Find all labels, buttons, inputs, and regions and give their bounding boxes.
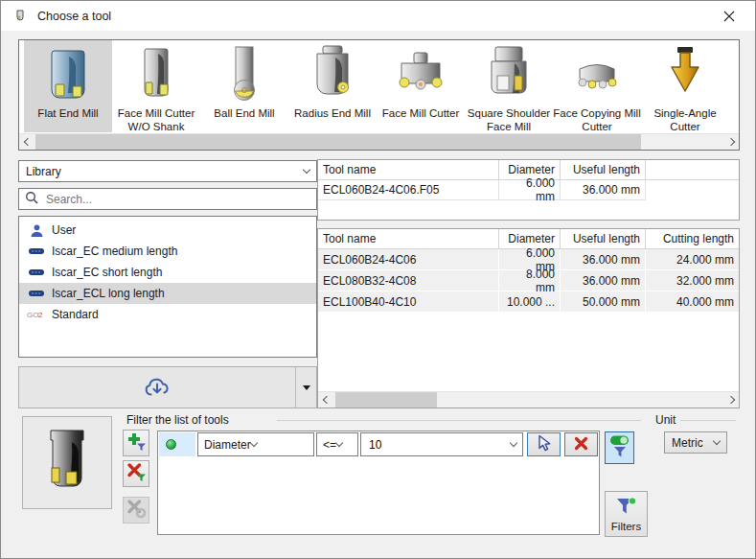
cell-filler (646, 180, 739, 200)
cell-diameter: 8.000 mm (499, 270, 561, 291)
tool-type-label: Face Mill Cutter W/O Shank (112, 106, 200, 133)
chevron-down-icon (335, 439, 343, 447)
library-item-iscar-ecl-long[interactable]: Iscar_ECL long length (19, 283, 316, 304)
tool-type-ball-end-mill[interactable]: Ball End Mill (200, 40, 288, 132)
filter-row[interactable]: Diameter <= (159, 432, 598, 456)
title-bar: Choose a tool (1, 1, 755, 31)
cloud-download-icon[interactable] (19, 367, 295, 408)
face-mill-cutter-icon (390, 44, 451, 105)
scrollbar-thumb[interactable] (335, 392, 437, 408)
column-header-useful-length[interactable]: Useful length (561, 229, 646, 249)
cell-cutting-length: 40.000 mm (646, 291, 739, 313)
unit-value: Metric (672, 436, 714, 450)
remove-filter-button[interactable] (123, 460, 149, 487)
iscar-logo-icon (26, 290, 47, 297)
unlink-filter-button-disabled[interactable] (123, 497, 149, 524)
column-header-useful-length[interactable]: Useful length (561, 160, 646, 180)
cell-tool-name: ECL100B40-4C10 (318, 291, 499, 313)
choose-a-tool-dialog: Choose a tool Flat End Mill Face Mill Cu… (0, 0, 756, 559)
filter-operator-select[interactable]: <= (316, 432, 358, 456)
tool-list-scrollbar[interactable] (318, 391, 739, 408)
table-row[interactable]: ECL100B40-4C10 10.000 ... 50.000 mm 40.0… (318, 291, 739, 313)
selected-tool-table: Tool name Diameter Useful length ECL060B… (317, 159, 740, 221)
library-item-standard[interactable]: GO2 Standard (19, 304, 316, 325)
table-row[interactable]: ECL060B24-4C06.F05 6.000 mm 36.000 mm (318, 180, 739, 200)
tool-type-face-mill-cutter-wo-shank[interactable]: Face Mill Cutter W/O Shank (112, 40, 200, 132)
tool-type-face-copying-mill-cutter[interactable]: Face Copying Mill Cutter (553, 40, 641, 132)
filter-active-cell[interactable] (159, 432, 195, 456)
close-icon[interactable] (711, 1, 747, 31)
filter-group-line (277, 420, 641, 421)
column-header-tool-name[interactable]: Tool name (318, 229, 499, 249)
toggle-funnel-icon (608, 434, 630, 461)
tool-type-panel: Flat End Mill Face Mill Cutter W/O Shank… (18, 39, 740, 151)
library-source-value: Library (26, 165, 304, 178)
iscar-logo-icon (26, 247, 47, 255)
column-header-cutting-length[interactable]: Cutting length (646, 229, 739, 249)
tool-type-label: Single-Angle Cutter (641, 106, 729, 133)
cell-cutting-length: 32.000 mm (646, 270, 739, 291)
download-options-dropdown[interactable] (295, 367, 316, 408)
scroll-left-icon[interactable] (318, 392, 334, 408)
filter-active-dot-icon (166, 439, 176, 450)
filter-field-select[interactable]: Diameter (197, 432, 314, 456)
library-item-iscar-ec-short[interactable]: Iscar_EC short length (19, 262, 316, 283)
cell-useful-length: 36.000 mm (561, 180, 646, 200)
unit-group-line (680, 420, 736, 421)
tool-type-label: Radius End Mill (294, 106, 371, 120)
table-row[interactable]: ECL080B32-4C08 8.000 mm 36.000 mm 32.000… (318, 270, 739, 291)
tool-type-face-mill-cutter[interactable]: Face Mill Cutter (377, 40, 465, 132)
scroll-right-icon[interactable] (722, 134, 739, 150)
library-item-user[interactable]: User (19, 220, 316, 241)
filter-enable-toggle-button[interactable] (605, 431, 634, 464)
caret-down-icon (303, 385, 310, 390)
cell-diameter: 10.000 ... (499, 291, 561, 313)
cell-cutting-length: 24.000 mm (646, 249, 739, 270)
tool-type-scrollbar[interactable] (19, 133, 739, 150)
svg-text:2: 2 (38, 311, 43, 319)
tool-type-flat-end-mill[interactable]: Flat End Mill (24, 40, 112, 132)
scroll-left-icon[interactable] (19, 134, 35, 150)
tool-type-label: Flat End Mill (37, 106, 98, 120)
filters-button-label: Filters (611, 521, 641, 532)
add-filter-icon (126, 431, 147, 454)
library-item-label: Iscar_ECL long length (52, 287, 165, 300)
cell-tool-name: ECL060B24-4C06.F05 (318, 180, 499, 200)
chevron-down-icon (249, 439, 257, 447)
radius-end-mill-icon (302, 44, 363, 105)
tool-type-single-angle-cutter[interactable]: Single-Angle Cutter (641, 40, 729, 132)
column-header-filler (646, 160, 739, 180)
unit-select[interactable]: Metric (664, 431, 727, 454)
red-x-icon (574, 436, 588, 454)
tool-type-label: Square Shoulder Face Mill (465, 106, 553, 133)
download-library-button[interactable] (18, 366, 317, 408)
filter-value-combobox[interactable] (360, 432, 523, 456)
remove-filter-icon (126, 462, 147, 485)
delete-filter-button[interactable] (564, 432, 598, 456)
tool-type-label: Ball End Mill (214, 106, 274, 120)
unlink-icon (126, 499, 147, 522)
chevron-down-icon (510, 439, 517, 447)
filters-funnel-icon (615, 497, 637, 519)
scroll-right-icon[interactable] (722, 392, 739, 408)
filters-button[interactable]: Filters (605, 491, 648, 537)
svg-text:GO: GO (27, 311, 38, 319)
library-source-select[interactable]: Library (18, 160, 317, 182)
library-item-label: Iscar_EC medium length (52, 245, 177, 258)
chevron-down-icon (303, 166, 310, 174)
tool-type-radius-end-mill[interactable]: Radius End Mill (288, 40, 377, 132)
square-shoulder-face-mill-icon (478, 44, 539, 105)
tool-type-square-shoulder-face-mill[interactable]: Square Shoulder Face Mill (465, 40, 553, 132)
library-item-iscar-ec-medium[interactable]: Iscar_EC medium length (19, 241, 316, 262)
filter-value-input[interactable] (367, 437, 511, 453)
unit-group-label: Unit (653, 413, 677, 427)
cell-useful-length: 50.000 mm (561, 291, 646, 313)
pick-value-button[interactable] (527, 432, 561, 456)
column-header-tool-name[interactable]: Tool name (318, 160, 499, 180)
search-box[interactable] (18, 188, 317, 210)
tool-list-table: Tool name Diameter Useful length Cutting… (317, 228, 740, 408)
search-input[interactable] (44, 192, 310, 207)
library-item-label: Iscar_EC short length (52, 266, 162, 279)
scrollbar-thumb[interactable] (35, 134, 641, 150)
add-filter-button[interactable] (123, 430, 149, 456)
